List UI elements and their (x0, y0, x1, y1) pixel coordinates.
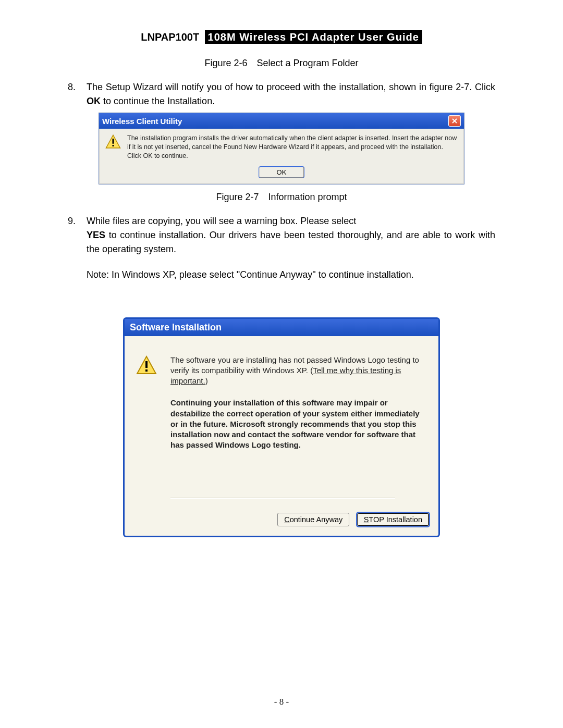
dialog-titlebar: Wireless Client Utility (99, 113, 464, 129)
separator (170, 498, 395, 499)
dialog-title-text: Wireless Client Utility (102, 117, 448, 126)
close-button[interactable] (448, 115, 461, 127)
page-number: - 8 - (0, 697, 563, 707)
step-number: 9. (68, 214, 87, 282)
wireless-client-utility-dialog: Wireless Client Utility The installation… (99, 113, 464, 184)
svg-rect-4 (145, 361, 148, 368)
step-9: 9. While files are copying, you will see… (68, 214, 495, 282)
note-text: Note: In Windows XP, please select "Cont… (87, 268, 495, 282)
dialog-title-text: Software Installation (125, 319, 438, 336)
continue-anyway-button[interactable]: Continue Anyway (277, 513, 349, 526)
ok-button[interactable]: OK (259, 167, 304, 178)
warning-icon (105, 134, 121, 150)
mnemonic: C (284, 515, 289, 524)
text-part: ) (205, 376, 208, 385)
svg-rect-1 (113, 139, 114, 144)
btn-text: TOP Installation (369, 515, 422, 524)
text-part: to continue the Installation. (101, 96, 215, 106)
software-installation-dialog: Software Installation The software you a… (123, 317, 440, 538)
step-text: The Setup Wizard will notify you of how … (87, 80, 495, 108)
close-icon (451, 118, 458, 124)
step-8: 8. The Setup Wizard will notify you of h… (68, 80, 495, 108)
stop-installation-button[interactable]: STOP Installation (357, 513, 429, 526)
model-code: LNPAP100T (141, 31, 202, 43)
doc-title: 108M Wireless PCI Adapter User Guide (205, 30, 422, 44)
btn-text: ontinue Anyway (290, 515, 343, 524)
mnemonic: S (364, 515, 369, 524)
text-line: While files are copying, you will see a … (87, 214, 495, 228)
figure-caption-2-6: Figure 2-6 Select a Program Folder (68, 58, 495, 69)
svg-rect-5 (145, 369, 148, 372)
figure-caption-2-7: Figure 2-7 Information prompt (68, 192, 495, 203)
dialog-paragraph-1: The software you are installing has not … (170, 355, 426, 387)
dialog-paragraph-2: Continuing your installation of this sof… (170, 398, 426, 450)
text-part: to continue installation. Our drivers ha… (87, 230, 495, 254)
warning-icon (136, 355, 157, 376)
dialog-body-text: The installation program installs the dr… (127, 134, 458, 161)
text-part: The Setup Wizard will notify you of how … (87, 82, 495, 92)
step-text: While files are copying, you will see a … (87, 214, 495, 282)
doc-header: LNPAP100T 108M Wireless PCI Adapter User… (68, 31, 495, 43)
ok-bold: OK (87, 96, 101, 106)
yes-bold: YES (87, 230, 105, 240)
svg-rect-2 (113, 145, 114, 146)
step-number: 8. (68, 80, 87, 108)
